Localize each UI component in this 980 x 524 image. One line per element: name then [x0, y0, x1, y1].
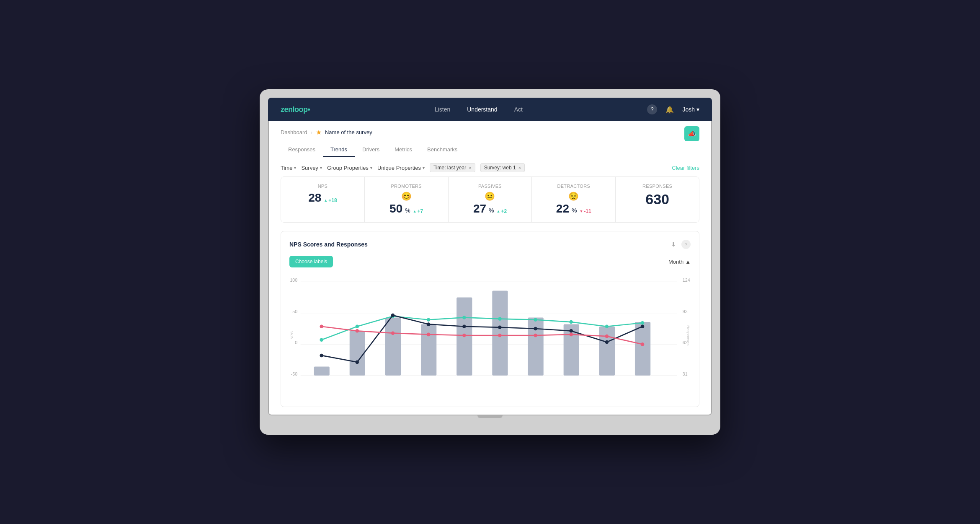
- promoters-label: Promoters: [373, 184, 440, 189]
- time-filter-arrow-icon: ▾: [294, 166, 296, 170]
- svg-text:31: 31: [683, 371, 688, 376]
- detractors-value: 22% ▼ -11: [540, 202, 607, 215]
- stat-passives: Passives 😐 27% ▲ +2: [449, 177, 532, 222]
- dot-pink-10: [641, 342, 645, 346]
- tab-responses[interactable]: Responses: [281, 143, 323, 157]
- time-filter[interactable]: Time ▾: [281, 165, 296, 171]
- group-properties-filter[interactable]: Group Properties ▾: [327, 165, 372, 171]
- bar-1: [314, 367, 330, 376]
- dot-pink-3: [391, 331, 395, 335]
- dot-navy-5: [462, 324, 466, 328]
- clear-filters-button[interactable]: Clear filters: [672, 165, 699, 171]
- nps-change-arrow-icon: ▲: [324, 198, 328, 202]
- dot-pink-8: [569, 333, 573, 337]
- unique-properties-arrow-icon: ▾: [423, 166, 425, 170]
- help-icon[interactable]: ?: [647, 104, 657, 114]
- tab-drivers[interactable]: Drivers: [355, 143, 387, 157]
- time-filter-tag-label: Time: last year: [433, 165, 466, 171]
- bar-10: [635, 322, 650, 376]
- dot-navy-7: [534, 327, 537, 331]
- passives-number: 27: [473, 202, 486, 215]
- dot-navy-6: [498, 326, 502, 329]
- stat-nps: NPS 28 ▲ +18: [281, 177, 365, 222]
- nav-listen[interactable]: Listen: [435, 106, 450, 113]
- dot-pink-4: [427, 333, 431, 337]
- download-icon[interactable]: ⬇: [671, 241, 676, 248]
- time-filter-remove[interactable]: ×: [469, 165, 471, 170]
- dot-pink-7: [534, 334, 537, 337]
- dot-teal-10: [641, 321, 645, 325]
- dot-navy-8: [569, 329, 573, 333]
- month-selector-arrow-icon: ▲: [685, 259, 691, 265]
- svg-text:NPS: NPS: [289, 331, 294, 340]
- bar-9: [599, 327, 615, 376]
- promoters-icon: 😊: [373, 191, 440, 201]
- passives-value: 27% ▲ +2: [457, 202, 524, 215]
- responses-label: Responses: [624, 184, 691, 189]
- tab-metrics[interactable]: Metrics: [387, 143, 420, 157]
- responses-value: 630: [624, 191, 691, 208]
- survey-filter-tag: Survey: web 1 ×: [480, 163, 525, 172]
- nav-act[interactable]: Act: [514, 106, 523, 113]
- dot-navy-9: [605, 340, 609, 344]
- chart-svg: 100 50 0 -50 124 93 62 31 NPS: [289, 272, 691, 398]
- user-menu[interactable]: Josh ▾: [682, 106, 699, 113]
- survey-filter[interactable]: Survey ▾: [301, 165, 322, 171]
- unique-properties-label: Unique Properties: [377, 165, 421, 171]
- svg-text:50: 50: [292, 309, 297, 314]
- group-properties-label: Group Properties: [327, 165, 369, 171]
- promoters-value: 50% ▲ +7: [373, 202, 440, 215]
- bar-3: [385, 317, 401, 375]
- svg-text:-50: -50: [291, 371, 297, 376]
- bell-icon[interactable]: 🔔: [665, 106, 674, 114]
- svg-text:93: 93: [683, 309, 688, 314]
- choose-labels-button[interactable]: Choose labels: [289, 256, 333, 267]
- nps-number: 28: [308, 191, 321, 205]
- user-chevron-icon: ▾: [696, 106, 699, 113]
- detractors-label: Detractors: [540, 184, 607, 189]
- dot-teal-4: [427, 318, 431, 322]
- tab-trends[interactable]: Trends: [323, 143, 355, 157]
- survey-filter-tag-label: Survey: web 1: [484, 165, 516, 171]
- nps-value: 28 ▲ +18: [289, 191, 356, 205]
- nps-change: ▲ +18: [324, 197, 337, 203]
- chart-controls: Choose labels Month ▲: [289, 256, 691, 267]
- main-nav-links: Listen Understand Act: [435, 106, 523, 113]
- chart-info-icon[interactable]: ?: [681, 240, 691, 249]
- chart-actions: ⬇ ?: [671, 240, 691, 249]
- stat-detractors: Detractors 😟 22% ▼ -11: [532, 177, 616, 222]
- brand-dot: •: [308, 105, 310, 114]
- month-selector[interactable]: Month ▲: [668, 259, 691, 265]
- nps-change-value: +18: [328, 197, 337, 203]
- passives-label: Passives: [457, 184, 524, 189]
- announce-button[interactable]: 📣: [684, 126, 699, 141]
- breadcrumb: Dashboard › ★ Name of the survey: [281, 128, 372, 136]
- breadcrumb-separator: ›: [311, 129, 312, 135]
- unique-properties-filter[interactable]: Unique Properties ▾: [377, 165, 425, 171]
- chart-section: NPS Scores and Responses ⬇ ? Choose labe…: [281, 231, 699, 407]
- laptop-notch: [477, 415, 503, 418]
- logo: zenloop•: [281, 105, 310, 114]
- line-pink: [322, 327, 642, 345]
- detractors-percent: %: [572, 207, 577, 214]
- promoters-change-arrow-icon: ▲: [413, 209, 417, 213]
- page-tabs: Responses Trends Drivers Metrics Benchma…: [281, 143, 699, 157]
- month-selector-label: Month: [668, 259, 683, 265]
- breadcrumb-dashboard[interactable]: Dashboard: [281, 129, 307, 135]
- survey-filter-remove[interactable]: ×: [518, 165, 521, 170]
- passives-change-arrow-icon: ▲: [496, 209, 500, 213]
- dot-pink-2: [356, 329, 359, 333]
- survey-filter-arrow-icon: ▾: [320, 166, 322, 170]
- bar-2: [350, 331, 365, 375]
- chart-header: NPS Scores and Responses ⬇ ?: [289, 240, 691, 249]
- bar-6: [492, 291, 508, 376]
- filters-bar: Time ▾ Survey ▾ Group Properties ▾ Uniqu…: [268, 157, 712, 176]
- detractors-change-arrow-icon: ▼: [579, 209, 583, 213]
- survey-name: Name of the survey: [325, 129, 372, 135]
- user-name: Josh: [682, 106, 695, 113]
- top-navigation: zenloop• Listen Understand Act ? 🔔 Josh …: [268, 98, 712, 121]
- dot-pink-9: [605, 335, 609, 338]
- detractors-change: ▼ -11: [579, 208, 591, 214]
- tab-benchmarks[interactable]: Benchmarks: [420, 143, 465, 157]
- nav-understand[interactable]: Understand: [467, 106, 497, 113]
